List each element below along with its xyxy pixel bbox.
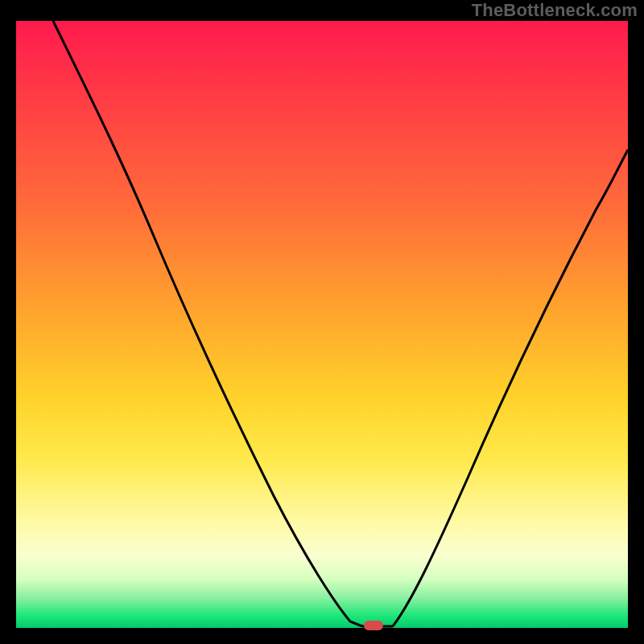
bottleneck-curve-left [53, 21, 362, 626]
attribution-watermark: TheBottleneck.com [472, 0, 638, 21]
chart-container: TheBottleneck.com [0, 0, 644, 644]
bottleneck-curve-right [393, 150, 628, 626]
curve-overlay [16, 21, 628, 628]
optimal-point-marker [364, 621, 383, 630]
